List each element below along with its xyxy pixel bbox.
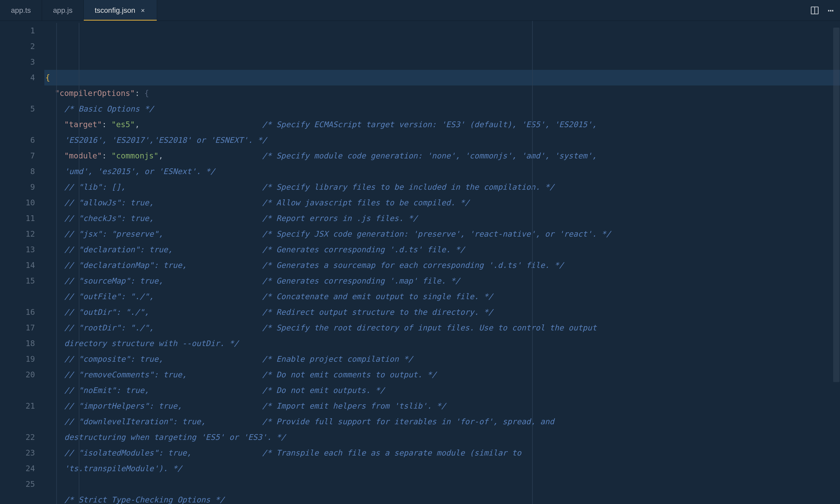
code-token: 'ts.transpileModule'). */ (64, 464, 182, 473)
line-number: 1 (0, 23, 35, 39)
line-number-gutter: 1234567891011121314151617181920212223242… (0, 21, 44, 504)
line-number: 13 (0, 242, 35, 257)
code-line[interactable]: "target": "es5", /* Specify ECMAScript t… (44, 117, 840, 132)
code-token: "compilerOptions" (55, 89, 135, 98)
scrollbar-thumb[interactable] (833, 28, 839, 382)
line-number: 8 (0, 164, 35, 179)
code-token: // "jsx": "preserve", (64, 229, 262, 238)
tab-label: app.js (53, 6, 72, 15)
code-token: // "downlevelIteration": true, (64, 417, 262, 426)
line-number: 12 (0, 226, 35, 242)
code-token: , (135, 120, 140, 129)
line-number: 21 (0, 398, 35, 414)
code-token: // "outDir": "./", (64, 307, 262, 317)
code-token: "es5" (112, 120, 135, 129)
code-token (163, 151, 262, 160)
code-token: // "checkJs": true, (64, 214, 262, 223)
line-number: 6 (0, 132, 35, 148)
code-line[interactable]: // "declarationMap": true, /* Generates … (44, 257, 840, 273)
code-token: "commonjs" (112, 151, 159, 160)
code-line[interactable]: directory structure with --outDir. */ (44, 336, 840, 351)
code-line[interactable]: // "importHelpers": true, /* Import emit… (44, 398, 840, 414)
code-line[interactable]: "compilerOptions": { (44, 86, 840, 101)
code-token: "target" (64, 120, 102, 129)
code-token: destructuring when targeting 'ES5' or 'E… (64, 433, 286, 442)
code-line[interactable] (44, 476, 840, 492)
code-token: /* Basic Options */ (64, 104, 154, 113)
code-token: /* Allow javascript files to be compiled… (262, 198, 469, 207)
line-number: 7 (0, 148, 35, 164)
code-line[interactable]: "module": "commonjs", /* Specify module … (44, 148, 840, 164)
code-line[interactable]: // "downlevelIteration": true, /* Provid… (44, 414, 840, 430)
code-token (140, 120, 262, 129)
code-line[interactable]: // "checkJs": true, /* Report errors in … (44, 211, 840, 226)
code-line[interactable]: // "rootDir": "./", /* Specify the root … (44, 320, 840, 336)
code-token: // "removeComments": true, (64, 370, 262, 379)
tab-tsconfig-json[interactable]: tsconfig.json× (84, 0, 157, 21)
line-number: 19 (0, 351, 35, 367)
tab-label: tsconfig.json (95, 6, 135, 15)
line-number: 9 (0, 179, 35, 195)
code-token: : (102, 151, 112, 160)
tab-bar: app.tsapp.jstsconfig.json× ⋯ (0, 0, 840, 21)
tabbar-actions: ⋯ (803, 0, 840, 21)
code-line[interactable]: // "outFile": "./", /* Concatenate and e… (44, 289, 840, 304)
line-number: 11 (0, 211, 35, 226)
code-token: // "sourceMap": true, (64, 276, 262, 285)
code-token: 'ES2016', 'ES2017','ES2018' or 'ESNEXT'.… (64, 136, 267, 145)
line-number: 15 (0, 273, 35, 289)
code-token: { (46, 73, 50, 82)
line-number: 2 (0, 39, 35, 54)
code-token: /* Enable project compilation */ (262, 355, 413, 363)
editor[interactable]: 1234567891011121314151617181920212223242… (0, 21, 840, 504)
code-line[interactable]: /* Strict Type-Checking Options */ (44, 492, 840, 504)
code-line[interactable]: { (44, 70, 840, 86)
tab-app-ts[interactable]: app.ts (0, 0, 42, 21)
code-token: // "declarationMap": true, (64, 260, 262, 270)
code-line[interactable]: /* Basic Options */ (44, 101, 840, 117)
tab-app-js[interactable]: app.js (42, 0, 84, 21)
line-number: 10 (0, 195, 35, 211)
code-token: /* Specify the root directory of input f… (262, 323, 597, 332)
code-line[interactable]: // "sourceMap": true, /* Generates corre… (44, 273, 840, 289)
code-token: // "isolatedModules": true, (64, 448, 262, 457)
code-token: "module" (64, 151, 102, 160)
code-token: /* Transpile each file as a separate mod… (262, 448, 521, 457)
code-line[interactable]: // "outDir": "./", /* Redirect output st… (44, 304, 840, 320)
code-line[interactable]: // "allowJs": true, /* Allow javascript … (44, 195, 840, 211)
code-line[interactable]: // "removeComments": true, /* Do not emi… (44, 367, 840, 382)
tab-list: app.tsapp.jstsconfig.json× (0, 0, 157, 21)
code-line[interactable]: // "noEmit": true, /* Do not emit output… (44, 382, 840, 398)
code-line[interactable]: // "isolatedModules": true, /* Transpile… (44, 445, 840, 461)
code-token: // "importHelpers": true, (64, 401, 262, 411)
code-token: // "declaration": true, (64, 245, 262, 254)
code-token: /* Generates corresponding '.map' file. … (262, 276, 460, 285)
code-token: // "outFile": "./", (64, 292, 262, 301)
line-number: 22 (0, 430, 35, 445)
code-line[interactable]: // "declaration": true, /* Generates cor… (44, 242, 840, 257)
code-token: /* Specify JSX code generation: 'preserv… (262, 229, 611, 238)
code-token: : (135, 89, 144, 98)
code-token: /* Specify library files to be included … (262, 182, 554, 192)
code-line[interactable]: 'umd', 'es2015', or 'ESNext'. */ (44, 164, 840, 179)
code-token: // "rootDir": "./", (64, 323, 262, 332)
code-token: /* Specify ECMAScript target version: 'E… (262, 120, 597, 129)
code-area[interactable]: { "compilerOptions": { /* Basic Options … (44, 21, 840, 504)
code-line[interactable]: destructuring when targeting 'ES5' or 'E… (44, 430, 840, 445)
code-token: /* Strict Type-Checking Options */ (64, 495, 224, 504)
code-line[interactable]: 'ts.transpileModule'). */ (44, 461, 840, 476)
code-token: directory structure with --outDir. */ (64, 339, 238, 348)
code-line[interactable]: // "jsx": "preserve", /* Specify JSX cod… (44, 226, 840, 242)
close-icon[interactable]: × (140, 7, 146, 14)
code-line[interactable]: // "composite": true, /* Enable project … (44, 351, 840, 367)
code-line[interactable]: // "lib": [], /* Specify library files t… (44, 179, 840, 195)
split-editor-button[interactable] (809, 5, 820, 16)
vertical-scrollbar[interactable] (833, 23, 840, 504)
tab-label: app.ts (11, 6, 31, 15)
code-line[interactable]: 'ES2016', 'ES2017','ES2018' or 'ESNEXT'.… (44, 132, 840, 148)
code-token: : (102, 120, 112, 129)
code-token: /* Import emit helpers from 'tslib'. */ (262, 401, 446, 411)
code-token: /* Do not emit comments to output. */ (262, 370, 436, 379)
more-actions-button[interactable]: ⋯ (828, 5, 834, 15)
line-number: 4 (0, 70, 35, 86)
